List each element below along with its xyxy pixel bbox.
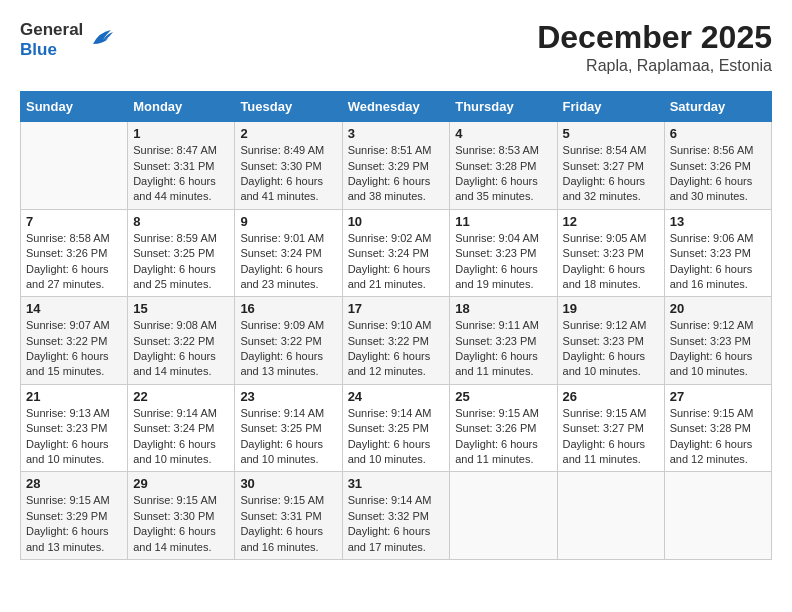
day-number: 1 <box>133 126 229 141</box>
day-detail: Sunrise: 9:14 AMSunset: 3:24 PMDaylight:… <box>133 406 229 468</box>
day-detail: Sunrise: 8:54 AMSunset: 3:27 PMDaylight:… <box>563 143 659 205</box>
day-detail: Sunrise: 9:02 AMSunset: 3:24 PMDaylight:… <box>348 231 445 293</box>
calendar-cell: 11Sunrise: 9:04 AMSunset: 3:23 PMDayligh… <box>450 209 557 297</box>
day-number: 22 <box>133 389 229 404</box>
calendar-cell: 20Sunrise: 9:12 AMSunset: 3:23 PMDayligh… <box>664 297 771 385</box>
weekday-header-thursday: Thursday <box>450 92 557 122</box>
weekday-header-tuesday: Tuesday <box>235 92 342 122</box>
calendar-cell: 22Sunrise: 9:14 AMSunset: 3:24 PMDayligh… <box>128 384 235 472</box>
calendar-cell: 1Sunrise: 8:47 AMSunset: 3:31 PMDaylight… <box>128 122 235 210</box>
calendar-week-row: 14Sunrise: 9:07 AMSunset: 3:22 PMDayligh… <box>21 297 772 385</box>
day-number: 4 <box>455 126 551 141</box>
calendar-cell: 7Sunrise: 8:58 AMSunset: 3:26 PMDaylight… <box>21 209 128 297</box>
day-detail: Sunrise: 9:01 AMSunset: 3:24 PMDaylight:… <box>240 231 336 293</box>
day-number: 30 <box>240 476 336 491</box>
day-detail: Sunrise: 9:09 AMSunset: 3:22 PMDaylight:… <box>240 318 336 380</box>
day-number: 20 <box>670 301 766 316</box>
calendar-cell: 30Sunrise: 9:15 AMSunset: 3:31 PMDayligh… <box>235 472 342 560</box>
day-detail: Sunrise: 9:15 AMSunset: 3:31 PMDaylight:… <box>240 493 336 555</box>
weekday-header-wednesday: Wednesday <box>342 92 450 122</box>
calendar-cell: 17Sunrise: 9:10 AMSunset: 3:22 PMDayligh… <box>342 297 450 385</box>
calendar-cell: 14Sunrise: 9:07 AMSunset: 3:22 PMDayligh… <box>21 297 128 385</box>
day-detail: Sunrise: 9:12 AMSunset: 3:23 PMDaylight:… <box>563 318 659 380</box>
day-number: 12 <box>563 214 659 229</box>
calendar-cell: 31Sunrise: 9:14 AMSunset: 3:32 PMDayligh… <box>342 472 450 560</box>
day-detail: Sunrise: 8:47 AMSunset: 3:31 PMDaylight:… <box>133 143 229 205</box>
calendar-cell: 16Sunrise: 9:09 AMSunset: 3:22 PMDayligh… <box>235 297 342 385</box>
day-detail: Sunrise: 8:51 AMSunset: 3:29 PMDaylight:… <box>348 143 445 205</box>
logo-line1: General <box>20 20 83 40</box>
calendar-cell: 19Sunrise: 9:12 AMSunset: 3:23 PMDayligh… <box>557 297 664 385</box>
calendar-week-row: 7Sunrise: 8:58 AMSunset: 3:26 PMDaylight… <box>21 209 772 297</box>
weekday-header-sunday: Sunday <box>21 92 128 122</box>
day-detail: Sunrise: 9:04 AMSunset: 3:23 PMDaylight:… <box>455 231 551 293</box>
day-detail: Sunrise: 9:11 AMSunset: 3:23 PMDaylight:… <box>455 318 551 380</box>
day-detail: Sunrise: 8:56 AMSunset: 3:26 PMDaylight:… <box>670 143 766 205</box>
logo: General Blue <box>20 20 117 60</box>
day-detail: Sunrise: 9:14 AMSunset: 3:32 PMDaylight:… <box>348 493 445 555</box>
weekday-header-friday: Friday <box>557 92 664 122</box>
day-number: 13 <box>670 214 766 229</box>
calendar-cell: 3Sunrise: 8:51 AMSunset: 3:29 PMDaylight… <box>342 122 450 210</box>
day-number: 26 <box>563 389 659 404</box>
month-title: December 2025 <box>537 20 772 55</box>
day-number: 6 <box>670 126 766 141</box>
calendar-cell <box>450 472 557 560</box>
day-number: 21 <box>26 389 122 404</box>
day-number: 24 <box>348 389 445 404</box>
day-number: 27 <box>670 389 766 404</box>
day-detail: Sunrise: 9:15 AMSunset: 3:30 PMDaylight:… <box>133 493 229 555</box>
day-detail: Sunrise: 9:13 AMSunset: 3:23 PMDaylight:… <box>26 406 122 468</box>
calendar-cell: 4Sunrise: 8:53 AMSunset: 3:28 PMDaylight… <box>450 122 557 210</box>
calendar-cell <box>21 122 128 210</box>
calendar-cell: 6Sunrise: 8:56 AMSunset: 3:26 PMDaylight… <box>664 122 771 210</box>
calendar-cell <box>664 472 771 560</box>
day-number: 23 <box>240 389 336 404</box>
day-number: 8 <box>133 214 229 229</box>
day-number: 9 <box>240 214 336 229</box>
day-detail: Sunrise: 8:58 AMSunset: 3:26 PMDaylight:… <box>26 231 122 293</box>
calendar-cell: 12Sunrise: 9:05 AMSunset: 3:23 PMDayligh… <box>557 209 664 297</box>
logo-bird-icon <box>85 22 117 58</box>
day-detail: Sunrise: 9:15 AMSunset: 3:27 PMDaylight:… <box>563 406 659 468</box>
calendar-cell: 10Sunrise: 9:02 AMSunset: 3:24 PMDayligh… <box>342 209 450 297</box>
day-number: 17 <box>348 301 445 316</box>
day-number: 7 <box>26 214 122 229</box>
calendar-cell: 18Sunrise: 9:11 AMSunset: 3:23 PMDayligh… <box>450 297 557 385</box>
day-detail: Sunrise: 9:10 AMSunset: 3:22 PMDaylight:… <box>348 318 445 380</box>
calendar-week-row: 21Sunrise: 9:13 AMSunset: 3:23 PMDayligh… <box>21 384 772 472</box>
calendar-cell: 5Sunrise: 8:54 AMSunset: 3:27 PMDaylight… <box>557 122 664 210</box>
calendar-week-row: 28Sunrise: 9:15 AMSunset: 3:29 PMDayligh… <box>21 472 772 560</box>
calendar-cell: 28Sunrise: 9:15 AMSunset: 3:29 PMDayligh… <box>21 472 128 560</box>
day-number: 11 <box>455 214 551 229</box>
calendar-cell <box>557 472 664 560</box>
weekday-header-saturday: Saturday <box>664 92 771 122</box>
day-detail: Sunrise: 9:08 AMSunset: 3:22 PMDaylight:… <box>133 318 229 380</box>
day-detail: Sunrise: 9:05 AMSunset: 3:23 PMDaylight:… <box>563 231 659 293</box>
calendar-cell: 29Sunrise: 9:15 AMSunset: 3:30 PMDayligh… <box>128 472 235 560</box>
title-area: December 2025 Rapla, Raplamaa, Estonia <box>537 20 772 75</box>
day-number: 14 <box>26 301 122 316</box>
day-detail: Sunrise: 9:14 AMSunset: 3:25 PMDaylight:… <box>348 406 445 468</box>
logo-line2: Blue <box>20 40 83 60</box>
day-number: 18 <box>455 301 551 316</box>
calendar-cell: 21Sunrise: 9:13 AMSunset: 3:23 PMDayligh… <box>21 384 128 472</box>
calendar-cell: 25Sunrise: 9:15 AMSunset: 3:26 PMDayligh… <box>450 384 557 472</box>
day-detail: Sunrise: 8:59 AMSunset: 3:25 PMDaylight:… <box>133 231 229 293</box>
calendar-cell: 9Sunrise: 9:01 AMSunset: 3:24 PMDaylight… <box>235 209 342 297</box>
day-number: 2 <box>240 126 336 141</box>
calendar-cell: 27Sunrise: 9:15 AMSunset: 3:28 PMDayligh… <box>664 384 771 472</box>
day-detail: Sunrise: 9:06 AMSunset: 3:23 PMDaylight:… <box>670 231 766 293</box>
day-detail: Sunrise: 9:12 AMSunset: 3:23 PMDaylight:… <box>670 318 766 380</box>
day-number: 31 <box>348 476 445 491</box>
calendar-cell: 13Sunrise: 9:06 AMSunset: 3:23 PMDayligh… <box>664 209 771 297</box>
day-number: 25 <box>455 389 551 404</box>
calendar-cell: 2Sunrise: 8:49 AMSunset: 3:30 PMDaylight… <box>235 122 342 210</box>
day-number: 29 <box>133 476 229 491</box>
calendar-cell: 23Sunrise: 9:14 AMSunset: 3:25 PMDayligh… <box>235 384 342 472</box>
day-detail: Sunrise: 9:15 AMSunset: 3:26 PMDaylight:… <box>455 406 551 468</box>
calendar-cell: 8Sunrise: 8:59 AMSunset: 3:25 PMDaylight… <box>128 209 235 297</box>
weekday-header-row: SundayMondayTuesdayWednesdayThursdayFrid… <box>21 92 772 122</box>
calendar-cell: 15Sunrise: 9:08 AMSunset: 3:22 PMDayligh… <box>128 297 235 385</box>
calendar-week-row: 1Sunrise: 8:47 AMSunset: 3:31 PMDaylight… <box>21 122 772 210</box>
